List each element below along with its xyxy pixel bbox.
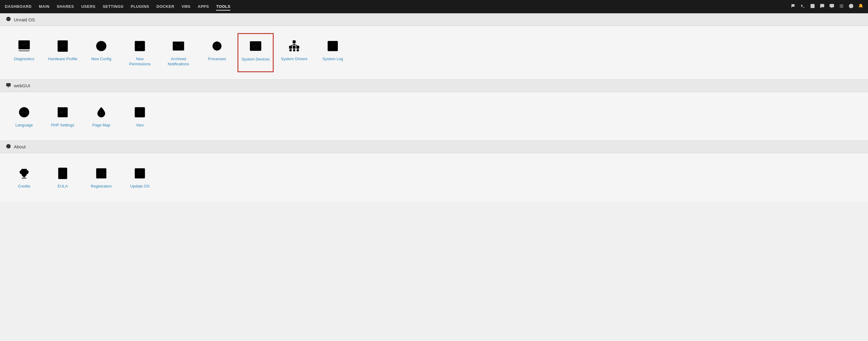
credits-icon	[17, 166, 32, 181]
eula-item[interactable]: EULA	[44, 161, 81, 195]
diagnostics-icon	[17, 38, 32, 54]
nav-items: DASHBOARD MAIN SHARES USERS SETTINGS PLU…	[5, 3, 230, 10]
diagnostics-label: Diagnostics	[14, 57, 34, 62]
lines-icon[interactable]	[839, 4, 844, 10]
help-icon[interactable]	[849, 4, 854, 10]
page-map-label: Page Map	[92, 123, 110, 128]
language-icon: A あ	[17, 105, 32, 120]
processes-item[interactable]: Processes	[199, 33, 235, 72]
credits-label: Credits	[18, 184, 30, 189]
new-permissions-item[interactable]: New Permissions	[122, 33, 158, 72]
nav-main[interactable]: MAIN	[39, 3, 50, 10]
bell-icon[interactable]	[858, 4, 863, 10]
unraid-os-grid: Diagnostics Hardware Profile	[0, 26, 868, 79]
svg-point-62	[297, 49, 299, 51]
system-log-icon	[325, 38, 340, 54]
new-permissions-icon	[132, 38, 147, 54]
new-config-item[interactable]: New Config	[83, 33, 119, 72]
system-devices-label: System Devices	[241, 57, 270, 62]
svg-rect-55	[293, 46, 296, 48]
language-label: Language	[16, 123, 33, 128]
webgui-header-icon	[6, 83, 11, 89]
svg-point-21	[100, 45, 102, 47]
update-os-item[interactable]: Update OS	[122, 161, 158, 195]
system-log-item[interactable]: System Log	[315, 33, 351, 72]
about-grid: Credits EULA	[0, 153, 868, 202]
webgui-grid: A あ Language PHP Settings	[0, 92, 868, 141]
svg-point-36	[215, 44, 219, 48]
unraid-os-title: Unraid OS	[14, 17, 35, 22]
hardware-profile-label: Hardware Profile	[48, 57, 78, 62]
nav-apps[interactable]: APPS	[198, 3, 209, 10]
svg-point-61	[293, 49, 295, 51]
nav-docker[interactable]: DOCKER	[156, 3, 174, 10]
nav-vms[interactable]: VMS	[181, 3, 190, 10]
unraid-os-header-icon	[6, 16, 11, 23]
hardware-profile-item[interactable]: Hardware Profile	[44, 33, 81, 72]
archived-notifications-label: Archived Notifications	[163, 57, 193, 67]
system-devices-icon	[248, 39, 263, 54]
about-title: About	[14, 144, 26, 149]
nav-shares[interactable]: SHARES	[57, 3, 74, 10]
archived-notifications-item[interactable]: Archived Notifications	[160, 33, 196, 72]
diagnostics-item[interactable]: Diagnostics	[6, 33, 42, 72]
nav-tools[interactable]: TOOLS	[216, 3, 230, 10]
nav-settings[interactable]: SETTINGS	[103, 3, 124, 10]
vars-label: Vars	[136, 123, 144, 128]
svg-point-82	[100, 112, 102, 115]
php-settings-icon	[55, 105, 70, 120]
registration-item[interactable]: Registration	[83, 161, 119, 195]
processes-label: Processes	[208, 57, 226, 62]
webgui-header: webGUI	[0, 79, 868, 92]
language-item[interactable]: A あ Language	[6, 99, 42, 133]
update-os-icon	[132, 166, 147, 181]
nav-users[interactable]: USERS	[81, 3, 95, 10]
page-map-item[interactable]: Page Map	[83, 99, 119, 133]
terminal-icon[interactable]	[801, 4, 805, 10]
chat-icon[interactable]	[820, 4, 825, 10]
svg-rect-44	[250, 41, 261, 43]
eula-label: EULA	[58, 184, 68, 189]
eula-icon	[55, 166, 70, 181]
svg-rect-56	[297, 46, 299, 48]
monitor-nav-icon[interactable]	[830, 4, 834, 10]
system-drivers-icon	[287, 38, 302, 54]
registration-icon	[94, 166, 109, 181]
system-drivers-label: System Drivers	[281, 57, 307, 62]
page-map-icon	[94, 105, 109, 120]
php-settings-item[interactable]: PHP Settings	[44, 99, 81, 133]
vars-item[interactable]: {} Vars	[122, 99, 158, 133]
archived-notifications-icon	[171, 38, 186, 54]
webgui-title: webGUI	[14, 83, 30, 88]
about-header-icon	[6, 144, 11, 150]
php-settings-label: PHP Settings	[51, 123, 74, 128]
processes-icon	[210, 38, 224, 54]
svg-rect-53	[293, 41, 296, 43]
new-config-label: New Config	[91, 57, 111, 62]
svg-rect-90	[59, 168, 67, 179]
svg-rect-52	[254, 46, 257, 48]
nav-plugins[interactable]: PLUGINS	[131, 3, 149, 10]
new-config-icon	[94, 38, 109, 54]
nav-dashboard[interactable]: DASHBOARD	[5, 3, 32, 10]
svg-text:あ: あ	[24, 110, 27, 114]
vars-icon: {}	[132, 105, 147, 120]
svg-rect-2	[811, 4, 814, 8]
registration-label: Registration	[91, 184, 112, 189]
svg-rect-68	[6, 83, 10, 86]
unraid-os-header: Unraid OS	[0, 13, 868, 26]
credits-item[interactable]: Credits	[6, 161, 42, 195]
system-log-label: System Log	[322, 57, 343, 62]
new-permissions-label: New Permissions	[125, 57, 155, 67]
svg-rect-54	[289, 46, 292, 48]
hardware-profile-icon	[55, 38, 70, 54]
main-content: Unraid OS Diagnostics	[0, 13, 868, 202]
window-icon[interactable]	[810, 4, 815, 10]
system-drivers-item[interactable]: System Drivers	[276, 33, 312, 72]
svg-text:{}: {}	[137, 110, 141, 115]
svg-rect-63	[328, 41, 338, 51]
svg-rect-4	[830, 4, 834, 7]
flag-icon[interactable]	[791, 4, 796, 10]
nav-right-icons	[791, 4, 863, 10]
system-devices-item[interactable]: System Devices	[238, 33, 274, 72]
